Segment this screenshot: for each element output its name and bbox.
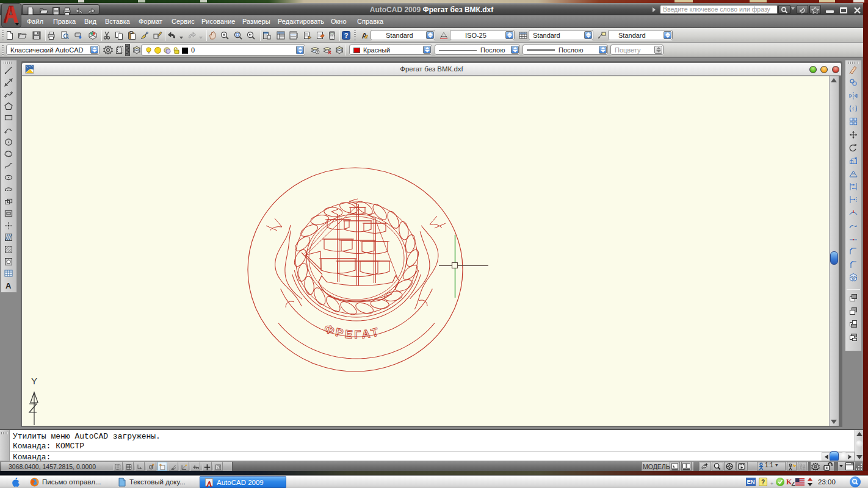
- svg-text:Y: Y: [31, 376, 37, 386]
- svg-text:?: ?: [344, 32, 349, 39]
- svg-text:ФРЕГАТ: ФРЕГАТ: [323, 322, 382, 341]
- svg-text:A: A: [5, 281, 12, 290]
